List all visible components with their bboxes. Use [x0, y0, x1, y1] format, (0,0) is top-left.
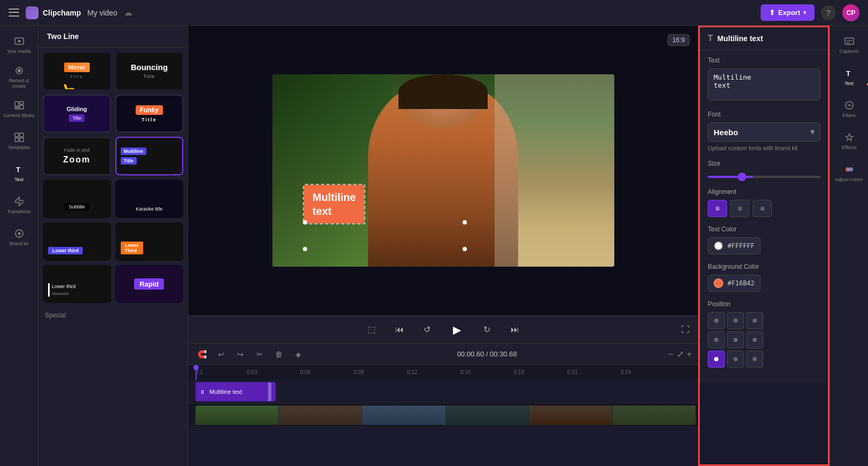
- template-mirror[interactable]: Mirror Title 👆 1: [43, 52, 111, 90]
- timeline-area: 🧲 ↩ ↪ ✂ 🗑 ◈ 00:00.60 / 00:30.68 − ⤢ + 0:…: [188, 343, 698, 466]
- sidebar-item-text[interactable]: T Text: [2, 158, 36, 188]
- fullscreen-button[interactable]: ⛶: [681, 325, 690, 335]
- handle-tl[interactable]: [303, 220, 307, 224]
- lower-min-text: Lower thirdMinimalist: [48, 283, 76, 297]
- template-subtitle[interactable]: Subtitle: [43, 180, 111, 218]
- bg-color-swatch[interactable]: #F16B42: [708, 275, 761, 292]
- clip-right-handle[interactable]: [268, 382, 271, 401]
- svg-rect-4: [15, 102, 19, 106]
- svg-rect-5: [20, 102, 24, 104]
- templates-grid-rapid: Lower thirdMinimalist Rapid: [43, 265, 183, 304]
- magnet-button[interactable]: 🧲: [194, 347, 209, 362]
- video-controls: ⬚ ⏮ ↺ ▶ ↻ ⏭ ⛶: [188, 315, 698, 343]
- text-clip[interactable]: ⏸ Multiline text: [196, 382, 276, 401]
- sidebar-item-captions[interactable]: Captions: [832, 30, 866, 60]
- sidebar-item-your-media[interactable]: Your media: [2, 30, 36, 60]
- sidebar-label-record: Record & create: [2, 78, 36, 89]
- alignment-label: Alignment: [708, 188, 820, 196]
- fit-button[interactable]: ⤢: [677, 349, 684, 359]
- topbar-right: ⬆ Export ▾ ? CP: [761, 4, 859, 21]
- skip-forward-button[interactable]: ⏭: [506, 321, 523, 338]
- menu-button[interactable]: [9, 7, 19, 18]
- text-overlay-container[interactable]: Multiline text: [303, 184, 365, 224]
- lower-badge: Lower third: [48, 247, 83, 254]
- avatar[interactable]: CP: [842, 4, 859, 21]
- sidebar-item-transitions[interactable]: Transitions: [2, 190, 36, 220]
- sidebar-item-effects[interactable]: Effects: [832, 126, 866, 156]
- video-frame: Multiline text: [272, 74, 614, 267]
- text-color-swatch[interactable]: #FFFFFF: [708, 237, 761, 254]
- sidebar-item-templates[interactable]: Templates: [2, 126, 36, 156]
- template-karaoke[interactable]: Karaoke title: [115, 180, 184, 218]
- pos-mid-right[interactable]: [746, 331, 763, 348]
- size-section: Size: [708, 160, 820, 180]
- ruler-24: 0:24: [621, 369, 631, 375]
- export-button[interactable]: ⬆ Export ▾: [761, 4, 815, 21]
- bg-color-label: Background Color: [708, 263, 820, 270]
- pos-top-center[interactable]: [727, 312, 744, 329]
- cut-button[interactable]: ✂: [252, 347, 267, 362]
- align-center-button[interactable]: ≡: [730, 200, 749, 217]
- svg-rect-8: [15, 133, 19, 137]
- video-clip[interactable]: [196, 406, 696, 425]
- pos-bot-right[interactable]: [746, 351, 763, 368]
- sidebar-label-transitions: Transitions: [7, 209, 31, 214]
- sidebar-item-content-library[interactable]: Content library: [2, 94, 36, 124]
- help-button[interactable]: ?: [821, 5, 836, 20]
- template-gliding[interactable]: Gliding Title: [43, 95, 111, 133]
- bouncing-subtitle: Title: [143, 74, 155, 79]
- karaoke-text: Karaoke title: [136, 206, 162, 212]
- sidebar-item-adjust-colors[interactable]: Adjust colors: [832, 158, 866, 188]
- playhead[interactable]: [196, 365, 197, 380]
- forward-button[interactable]: ↻: [479, 321, 496, 338]
- sidebar-item-brand-kit[interactable]: Brand kit: [2, 222, 36, 252]
- template-rapid[interactable]: Rapid: [115, 265, 184, 304]
- video-title[interactable]: My video: [88, 9, 118, 17]
- left-panel: Two Line Mirror Title 👆 1 Bouncing Titl: [38, 26, 188, 466]
- bg-color-section: Background Color #F16B42: [708, 263, 820, 292]
- pos-top-right[interactable]: [746, 312, 763, 329]
- export-chevron-icon: ▾: [803, 10, 806, 15]
- timeline-zoom: − ⤢ +: [668, 349, 692, 359]
- sidebar-item-record[interactable]: Record & create: [2, 62, 36, 92]
- skip-back-button[interactable]: ⏮: [391, 321, 408, 338]
- text-input[interactable]: Multiline text: [708, 68, 820, 100]
- delete-button[interactable]: 🗑: [271, 347, 286, 362]
- sidebar-item-filters[interactable]: Filters: [832, 94, 866, 124]
- step-badge-1: 1: [44, 89, 57, 90]
- align-left-button[interactable]: ≡: [708, 200, 727, 217]
- text-overlay: Multiline text: [312, 190, 356, 218]
- redo-button[interactable]: ↪: [233, 347, 248, 362]
- font-selector[interactable]: Heebo ▾: [708, 122, 820, 142]
- section-header: Two Line: [38, 26, 187, 48]
- sidebar-item-text-style[interactable]: T Text 👆 3: [832, 62, 866, 92]
- video-thumb-4: [446, 406, 529, 425]
- play-button[interactable]: ▶: [447, 319, 468, 340]
- template-modern-zoom[interactable]: Fade in and Zoom: [43, 137, 111, 175]
- pos-bot-left[interactable]: [708, 351, 725, 368]
- align-right-button[interactable]: ≡: [753, 200, 772, 217]
- text-section: Text Multiline text: [708, 57, 820, 102]
- overlay-line2: text: [312, 204, 356, 218]
- size-slider[interactable]: [708, 176, 820, 178]
- pos-bot-center[interactable]: [727, 351, 744, 368]
- template-lower-minimalist[interactable]: Lower thirdMinimalist: [43, 265, 111, 304]
- template-bouncing[interactable]: Bouncing Title: [115, 52, 184, 90]
- template-lower-third-orange[interactable]: LowerThird: [115, 222, 184, 261]
- topbar: Clipchamp My video ☁ ⬆ Export ▾ ? CP: [0, 0, 868, 26]
- undo-button[interactable]: ↩: [214, 347, 229, 362]
- zoom-out-button[interactable]: −: [668, 350, 673, 359]
- pos-mid-left[interactable]: [708, 331, 725, 348]
- crop-button[interactable]: ⬚: [363, 321, 380, 338]
- upload-font-link[interactable]: Upload custom fonts with brand kit: [708, 145, 820, 151]
- template-funky[interactable]: Funky Title: [115, 95, 184, 133]
- pos-top-left[interactable]: [708, 312, 725, 329]
- template-multiline[interactable]: Multiline Title 👆 2: [115, 137, 184, 175]
- mark-button[interactable]: ◈: [291, 347, 306, 362]
- clip-pause-button[interactable]: ⏸: [200, 389, 205, 395]
- export-label: Export: [778, 9, 800, 17]
- template-lower-third-blue[interactable]: Lower third: [43, 222, 111, 261]
- rewind-button[interactable]: ↺: [419, 321, 436, 338]
- zoom-in-button[interactable]: +: [687, 350, 692, 359]
- pos-mid-center[interactable]: [727, 331, 744, 348]
